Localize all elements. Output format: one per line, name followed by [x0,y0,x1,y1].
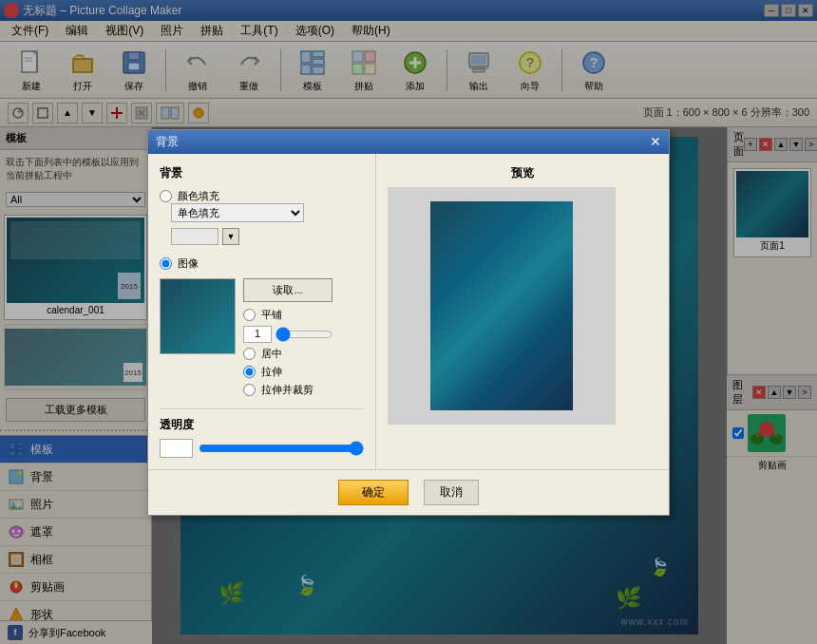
image-controls: 读取... 平铺 [160,278,364,397]
image-thumb [160,278,236,354]
dialog-body: 背景 颜色填充 单色填充 ▼ [148,154,669,469]
center-label: 居中 [261,347,282,361]
transparency-slider[interactable] [199,441,364,456]
stretch-crop-label: 拉伸并裁剪 [261,383,314,397]
color-fill-radio-row: 颜色填充 [160,189,364,203]
image-label: 图像 [178,256,199,271]
transparency-title: 透明度 [160,417,364,433]
dialog-overlay: 背景 ✕ 背景 颜色填充 单色填充 [0,0,817,644]
color-fill-radio[interactable] [160,190,172,202]
background-section-title: 背景 [160,165,364,181]
ok-button[interactable]: 确定 [338,480,408,505]
read-image-button[interactable]: 读取... [243,278,332,302]
preview-label: 预览 [388,165,657,181]
dialog-close-button[interactable]: ✕ [650,134,661,149]
tile-slider[interactable] [276,327,332,342]
center-radio[interactable] [243,348,256,360]
tile-radio[interactable] [243,309,256,321]
image-section: 图像 读取... 平铺 [160,256,364,397]
tile-label: 平铺 [261,308,282,322]
fill-type-row: 单色填充 [171,203,364,222]
cancel-button[interactable]: 取消 [424,480,479,505]
fill-type-select[interactable]: 单色填充 [171,203,304,222]
color-picker-btn[interactable]: ▼ [222,228,239,245]
preview-image [430,201,573,410]
transparency-input[interactable]: 100 [160,439,193,458]
tile-radio-row: 平铺 [243,308,332,322]
dialog-footer: 确定 取消 [148,469,669,515]
transparency-section: 透明度 100 [160,408,364,458]
tile-value-input[interactable] [243,326,272,343]
stretch-crop-radio-row: 拉伸并裁剪 [243,383,332,397]
image-radio-row: 图像 [160,256,364,271]
center-radio-row: 居中 [243,347,332,361]
transparency-row: 100 [160,439,364,458]
dialog-title-bar: 背景 ✕ [148,130,669,154]
image-right-controls: 读取... 平铺 [243,278,332,397]
tile-options: 平铺 居中 [243,308,332,397]
fill-options: 单色填充 ▼ [171,203,364,245]
preview-box [388,187,616,425]
dialog-left-section: 背景 颜色填充 单色填充 ▼ [148,154,376,469]
dialog-title-text: 背景 [156,134,179,150]
color-preview-row: ▼ [171,228,364,245]
background-dialog: 背景 ✕ 背景 颜色填充 单色填充 [147,129,670,516]
stretch-crop-radio[interactable] [243,384,256,396]
image-radio[interactable] [160,257,172,270]
color-preview[interactable] [171,228,218,245]
stretch-radio-row: 拉伸 [243,365,332,379]
color-fill-label: 颜色填充 [178,189,219,203]
stretch-radio[interactable] [243,366,256,378]
tile-input-row [243,326,332,343]
dialog-right-section: 预览 [376,154,669,469]
stretch-label: 拉伸 [261,365,282,379]
